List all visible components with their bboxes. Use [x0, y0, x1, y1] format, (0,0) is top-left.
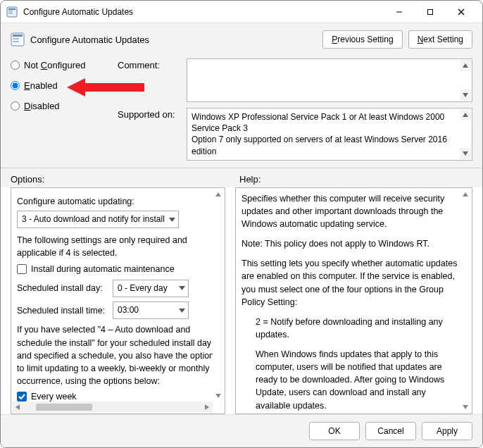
help-text: When Windows finds updates that apply to…: [242, 348, 458, 412]
scroll-left-icon[interactable]: [12, 402, 23, 413]
help-text: Note: This policy does not apply to Wind…: [242, 237, 458, 250]
scroll-down-icon[interactable]: [460, 402, 471, 413]
help-label: Help:: [239, 174, 261, 185]
help-text: This setting lets you specify whether au…: [242, 257, 458, 309]
apply-button[interactable]: Apply: [422, 422, 472, 440]
options-vertical-scrollbar[interactable]: [213, 189, 224, 402]
svg-marker-15: [463, 113, 468, 117]
options-heading: Configure automatic updating:: [17, 195, 219, 208]
previous-setting-button[interactable]: Previous Setting: [322, 30, 402, 49]
svg-marker-19: [179, 309, 185, 313]
scroll-up-icon[interactable]: [460, 60, 471, 71]
scheduled-time-label: Scheduled install time:: [17, 304, 107, 317]
close-button[interactable]: [446, 1, 477, 23]
scroll-down-icon[interactable]: [460, 148, 471, 159]
update-mode-select[interactable]: 3 - Auto download and notify for install: [17, 211, 179, 228]
scheduled-day-select[interactable]: 0 - Every day: [113, 280, 189, 297]
svg-marker-17: [169, 218, 175, 222]
options-note: The following settings are only required…: [17, 234, 219, 259]
svg-marker-21: [215, 394, 221, 398]
svg-rect-9: [13, 35, 23, 37]
help-vertical-scrollbar[interactable]: [460, 189, 471, 413]
supported-on-text: Windows XP Professional Service Pack 1 o…: [187, 108, 472, 161]
cancel-button[interactable]: Cancel: [365, 422, 416, 440]
next-setting-button[interactable]: Next Setting: [408, 30, 472, 49]
options-note2: If you have selected "4 – Auto download …: [17, 323, 219, 387]
help-text: Specifies whether this computer will rec…: [242, 192, 458, 230]
scroll-up-icon[interactable]: [213, 189, 224, 200]
chevron-down-icon: [169, 218, 175, 222]
svg-marker-20: [215, 192, 221, 197]
app-icon: [6, 6, 18, 18]
svg-marker-14: [463, 93, 468, 97]
maximize-button[interactable]: [415, 1, 446, 23]
svg-rect-2: [8, 11, 13, 12]
supported-on-label: Supported on:: [118, 108, 181, 161]
window-title: Configure Automatic Updates: [23, 7, 384, 17]
radio-disabled[interactable]: Disabled: [11, 101, 109, 111]
install-during-maintenance-checkbox[interactable]: Install during automatic maintenance: [17, 263, 219, 275]
radio-not-configured[interactable]: Not Configured: [11, 60, 109, 70]
scheduled-day-label: Scheduled install day:: [17, 282, 107, 294]
options-label: Options:: [11, 174, 225, 185]
minimize-button[interactable]: [384, 1, 415, 23]
svg-marker-13: [463, 63, 468, 68]
svg-marker-24: [463, 192, 468, 197]
options-pane: Configure automatic updating: 3 - Auto d…: [11, 187, 225, 414]
svg-rect-5: [428, 9, 433, 14]
state-radio-group: Not Configured Enabled Disabled: [11, 58, 109, 168]
scrollbar-thumb[interactable]: [36, 404, 92, 411]
scheduled-time-select[interactable]: 03:00: [113, 301, 189, 319]
scroll-down-icon[interactable]: [213, 390, 224, 402]
svg-rect-3: [8, 13, 13, 14]
svg-marker-23: [205, 404, 209, 410]
header-title: Configure Automatic Updates: [30, 35, 317, 45]
policy-icon: [11, 32, 25, 46]
svg-marker-16: [463, 151, 468, 156]
svg-rect-1: [8, 8, 15, 10]
help-pane: Specifies whether this computer will rec…: [235, 187, 472, 414]
help-text: 2 = Notify before downloading and instal…: [242, 316, 458, 341]
scroll-up-icon[interactable]: [460, 109, 471, 120]
options-horizontal-scrollbar[interactable]: [12, 402, 213, 413]
radio-enabled[interactable]: Enabled: [11, 80, 109, 91]
chevron-down-icon: [179, 309, 185, 313]
scroll-down-icon[interactable]: [460, 89, 471, 101]
svg-marker-25: [463, 405, 468, 409]
svg-marker-18: [179, 286, 185, 290]
comment-textarea[interactable]: [187, 58, 472, 102]
scroll-up-icon[interactable]: [460, 189, 471, 200]
svg-rect-10: [13, 38, 19, 39]
svg-marker-22: [15, 404, 20, 410]
titlebar: Configure Automatic Updates: [1, 1, 482, 23]
svg-rect-11: [13, 41, 19, 42]
comment-label: Comment:: [118, 58, 181, 102]
chevron-down-icon: [179, 286, 185, 290]
scroll-right-icon[interactable]: [201, 402, 213, 413]
ok-button[interactable]: OK: [309, 422, 360, 440]
